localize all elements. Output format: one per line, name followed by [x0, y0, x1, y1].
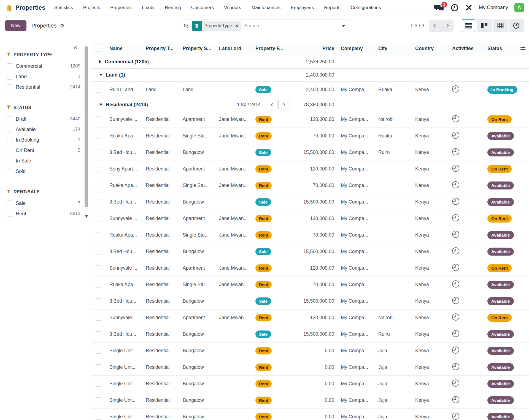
gear-icon[interactable]: ⚙: [60, 23, 64, 29]
column-header-status[interactable]: Status: [484, 46, 520, 52]
nav-item-statistics[interactable]: Statistics: [54, 5, 73, 10]
activity-clock-icon[interactable]: [452, 85, 459, 93]
row-checkbox[interactable]: [96, 414, 101, 420]
activity-clock-icon[interactable]: [452, 264, 459, 271]
breadcrumb[interactable]: Properties: [31, 23, 56, 29]
checkbox[interactable]: [7, 74, 12, 80]
row-checkbox[interactable]: [96, 166, 101, 172]
checkbox[interactable]: [7, 116, 12, 122]
activity-clock-icon[interactable]: [452, 231, 459, 238]
row-checkbox[interactable]: [96, 282, 101, 288]
table-row[interactable]: Sunnyvale ...ResidentialApartmentJane Mw…: [91, 260, 529, 277]
filter-item-residential[interactable]: Residential2414: [7, 82, 80, 92]
row-checkbox[interactable]: [96, 397, 101, 403]
group-row[interactable]: Residential (2414)1-80 / 241478,380,000.…: [91, 98, 529, 111]
activity-clock-icon[interactable]: [452, 297, 459, 304]
row-checkbox[interactable]: [96, 116, 101, 122]
activity-clock-icon[interactable]: [452, 148, 459, 155]
table-row[interactable]: 3 Bed Hou...ResidentialBungalowSale15,50…: [91, 326, 529, 343]
view-pivot-button[interactable]: [493, 19, 508, 32]
activity-clock-icon[interactable]: [452, 115, 459, 122]
row-checkbox[interactable]: [96, 381, 101, 387]
table-row[interactable]: 3 Bed Hou...ResidentialBungalowSale15,50…: [91, 194, 529, 210]
checkbox[interactable]: [7, 84, 12, 90]
table-row[interactable]: Sony Apart...ResidentialApartmentJane Mw…: [91, 161, 529, 177]
row-checkbox[interactable]: [96, 364, 101, 370]
table-row[interactable]: Single Unit...ResidentialBungalowRent0.0…: [91, 376, 529, 392]
checkbox[interactable]: [7, 127, 12, 132]
group-row[interactable]: Commercial (1205)2,526,250.00: [91, 55, 529, 68]
table-row[interactable]: Sunnyvale ...ResidentialApartmentJane Mw…: [91, 111, 529, 128]
column-header-activities[interactable]: Activities: [449, 46, 484, 52]
new-button[interactable]: New: [5, 20, 26, 31]
column-header-property-subtype[interactable]: Property S...: [179, 46, 216, 52]
checkbox[interactable]: [7, 200, 12, 206]
column-header-property-for[interactable]: Property F...: [252, 46, 291, 52]
table-row[interactable]: Ruaka Apa...ResidentialSingle Stu...Jane…: [91, 128, 529, 144]
debug-tools-button[interactable]: [465, 4, 473, 11]
sidebar-collapse-button[interactable]: «: [74, 44, 77, 51]
row-checkbox[interactable]: [96, 150, 101, 155]
column-header-landlord[interactable]: LandLord: [216, 46, 252, 52]
table-row[interactable]: 3 Bed Hou...ResidentialBungalowSale15,50…: [91, 293, 529, 310]
filter-item-in-sale[interactable]: In Sale: [7, 156, 80, 166]
table-row[interactable]: Single Unit...ResidentialBungalowRent0.0…: [91, 409, 529, 420]
row-checkbox[interactable]: [96, 315, 101, 321]
activity-clock-icon[interactable]: [452, 132, 459, 139]
group-row[interactable]: Land (1)2,400,000.00: [91, 68, 529, 82]
nav-item-maintenances[interactable]: Maintenances: [251, 5, 280, 10]
table-row[interactable]: Ruaka Apa...ResidentialSingle Stu...Jane…: [91, 277, 529, 293]
table-row[interactable]: Ruiru Land...LandLandSale2,400,000.00My …: [91, 82, 529, 98]
company-switcher[interactable]: My Company: [479, 5, 508, 10]
facet-remove-icon[interactable]: ×: [234, 23, 241, 29]
row-checkbox[interactable]: [96, 232, 101, 238]
filter-item-in-booking[interactable]: In Booking1: [7, 135, 80, 145]
row-checkbox[interactable]: [96, 183, 101, 188]
app-menu-button[interactable]: Properties: [5, 4, 45, 12]
activity-clock-icon[interactable]: [452, 363, 459, 370]
activity-clock-icon[interactable]: [452, 181, 459, 188]
filter-item-rent[interactable]: Rent3613: [7, 208, 80, 219]
checkbox[interactable]: [7, 63, 12, 69]
nav-item-configurations[interactable]: Configurations: [351, 5, 381, 10]
search-dropdown-toggle[interactable]: [337, 20, 350, 32]
activity-clock-icon[interactable]: [452, 214, 459, 221]
view-kanban-button[interactable]: [477, 19, 492, 32]
checkbox[interactable]: [7, 169, 12, 174]
activity-clock-icon[interactable]: [452, 247, 459, 254]
view-activity-button[interactable]: [509, 19, 524, 32]
column-header-price[interactable]: Price: [291, 46, 338, 52]
row-checkbox[interactable]: [96, 199, 101, 205]
activity-clock-icon[interactable]: [452, 380, 459, 387]
filter-item-available[interactable]: Available174: [7, 124, 80, 135]
search-input[interactable]: [241, 23, 337, 29]
sidebar-scroll-down-icon[interactable]: [85, 215, 88, 218]
column-header-country[interactable]: Country: [412, 46, 449, 52]
pager-next-button[interactable]: [441, 20, 454, 32]
nav-item-projects[interactable]: Projects: [83, 5, 100, 10]
nav-item-vendors[interactable]: Vendors: [224, 5, 241, 10]
nav-item-properties[interactable]: Properties: [110, 5, 131, 10]
nav-item-employees[interactable]: Employees: [291, 5, 314, 10]
activity-clock-icon[interactable]: [452, 313, 459, 321]
row-checkbox[interactable]: [96, 331, 101, 337]
activity-clock-icon[interactable]: [452, 413, 459, 420]
table-row[interactable]: Ruaka Apa...ResidentialSingle Stu...Jane…: [91, 177, 529, 194]
nav-item-renting[interactable]: Renting: [165, 5, 181, 10]
checkbox[interactable]: [7, 211, 12, 217]
activity-clock-icon[interactable]: [452, 396, 459, 403]
checkbox[interactable]: [7, 158, 12, 164]
activity-clock-icon[interactable]: [452, 346, 459, 354]
filter-item-land[interactable]: Land1: [7, 71, 80, 82]
row-checkbox[interactable]: [96, 298, 101, 304]
activity-clock-icon[interactable]: [452, 330, 459, 337]
activity-clock-icon[interactable]: [452, 165, 459, 172]
sidebar-scrollbar-thumb[interactable]: [85, 46, 88, 207]
filter-item-commercial[interactable]: Commercial1205: [7, 61, 80, 71]
table-row[interactable]: Single Unit...ResidentialBungalowRent0.0…: [91, 343, 529, 359]
column-header-name[interactable]: Name: [106, 46, 142, 52]
optional-columns-button[interactable]: [520, 45, 529, 52]
checkbox[interactable]: [7, 137, 12, 143]
column-header-company[interactable]: Company: [338, 46, 375, 52]
user-avatar[interactable]: A: [514, 3, 524, 12]
